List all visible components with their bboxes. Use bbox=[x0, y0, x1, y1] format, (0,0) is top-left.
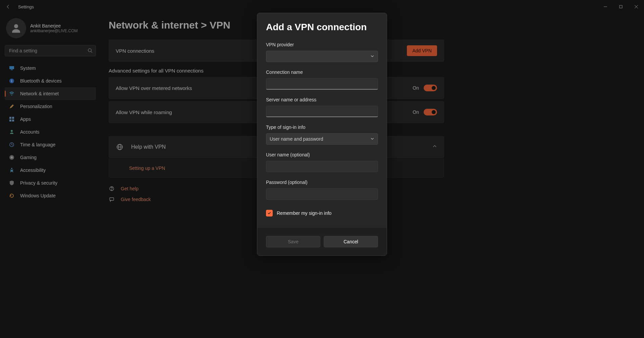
cancel-button[interactable]: Cancel bbox=[324, 236, 378, 247]
server-input[interactable] bbox=[266, 106, 378, 117]
modal-overlay: Add a VPN connection VPN provider Connec… bbox=[0, 0, 644, 338]
signin-type-dropdown[interactable]: User name and password bbox=[266, 133, 378, 145]
save-button[interactable]: Save bbox=[266, 236, 320, 247]
remember-label: Remember my sign-in info bbox=[277, 210, 331, 216]
chevron-down-icon bbox=[370, 136, 374, 142]
connection-name-label: Connection name bbox=[266, 69, 378, 75]
vpn-provider-label: VPN provider bbox=[266, 42, 378, 47]
modal-title: Add a VPN connection bbox=[266, 22, 378, 33]
remember-checkbox-row: Remember my sign-in info bbox=[266, 210, 378, 216]
remember-checkbox[interactable] bbox=[266, 210, 273, 216]
password-input[interactable] bbox=[266, 188, 378, 200]
password-label: Password (optional) bbox=[266, 180, 378, 185]
username-input[interactable] bbox=[266, 161, 378, 172]
signin-type-value: User name and password bbox=[270, 136, 370, 142]
chevron-down-icon bbox=[370, 54, 374, 59]
server-label: Server name or address bbox=[266, 97, 378, 102]
connection-name-input[interactable] bbox=[266, 78, 378, 90]
signin-type-label: Type of sign-in info bbox=[266, 125, 378, 130]
vpn-provider-dropdown[interactable] bbox=[266, 51, 378, 62]
username-label: User name (optional) bbox=[266, 152, 378, 157]
add-vpn-modal: Add a VPN connection VPN provider Connec… bbox=[257, 13, 387, 256]
